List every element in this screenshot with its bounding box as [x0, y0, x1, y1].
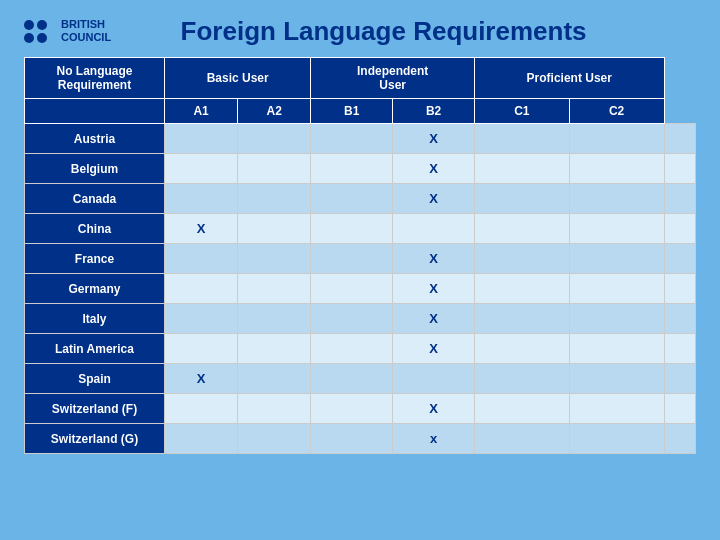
subheader-blank: [25, 99, 165, 124]
data-cell: [393, 214, 475, 244]
page-title: Foreign Language Requirements: [131, 16, 696, 47]
table-row: BelgiumX: [25, 154, 696, 184]
data-cell: [664, 214, 696, 244]
dot-4: [37, 33, 47, 43]
country-cell: Belgium: [25, 154, 165, 184]
subheader-a1: A1: [165, 99, 238, 124]
data-cell: [474, 364, 569, 394]
data-cell: [569, 214, 664, 244]
data-cell: [238, 304, 311, 334]
subheader-b1: B1: [311, 99, 393, 124]
data-cell: [238, 424, 311, 454]
country-cell: Spain: [25, 364, 165, 394]
data-cell: [474, 334, 569, 364]
table-row: ChinaX: [25, 214, 696, 244]
data-cell: [474, 154, 569, 184]
data-cell: [311, 304, 393, 334]
data-cell: [664, 184, 696, 214]
data-cell: [165, 244, 238, 274]
data-cell: [165, 334, 238, 364]
table-wrapper: No LanguageRequirement Basic User Indepe…: [24, 57, 696, 454]
table-row: FranceX: [25, 244, 696, 274]
country-cell: Germany: [25, 274, 165, 304]
data-cell: X: [165, 214, 238, 244]
logo-dots: [24, 20, 47, 43]
table-row: SpainX: [25, 364, 696, 394]
data-cell: [165, 124, 238, 154]
data-cell: [664, 244, 696, 274]
data-cell: [474, 304, 569, 334]
data-cell: [238, 154, 311, 184]
data-cell: [238, 334, 311, 364]
dot-3: [24, 33, 34, 43]
data-cell: [474, 184, 569, 214]
data-cell: X: [393, 394, 475, 424]
data-cell: [165, 274, 238, 304]
proficient-user-header: Proficient User: [474, 58, 664, 99]
data-cell: [238, 274, 311, 304]
data-cell: [474, 244, 569, 274]
data-cell: [165, 424, 238, 454]
country-cell: China: [25, 214, 165, 244]
data-cell: [311, 244, 393, 274]
table-row: Switzerland (G)x: [25, 424, 696, 454]
data-cell: [238, 214, 311, 244]
data-cell: X: [393, 334, 475, 364]
data-cell: [569, 154, 664, 184]
independent-user-header: IndependentUser: [311, 58, 475, 99]
data-cell: [474, 424, 569, 454]
data-cell: [165, 394, 238, 424]
subheader-c1: C1: [474, 99, 569, 124]
data-cell: [311, 124, 393, 154]
country-cell: Italy: [25, 304, 165, 334]
data-cell: [664, 274, 696, 304]
data-cell: [474, 274, 569, 304]
table-row: Switzerland (F)X: [25, 394, 696, 424]
header-area: BRITISH COUNCIL Foreign Language Require…: [24, 18, 696, 47]
data-cell: [664, 394, 696, 424]
data-cell: [569, 394, 664, 424]
data-cell: [474, 394, 569, 424]
data-cell: [311, 364, 393, 394]
data-cell: X: [393, 244, 475, 274]
logo-text: BRITISH COUNCIL: [61, 18, 111, 44]
data-cell: [664, 364, 696, 394]
header-row-2: A1 A2 B1 B2 C1 C2: [25, 99, 696, 124]
data-cell: X: [393, 304, 475, 334]
table-row: Latin AmericaX: [25, 334, 696, 364]
data-cell: [238, 394, 311, 424]
data-cell: [569, 304, 664, 334]
country-cell: Canada: [25, 184, 165, 214]
data-cell: [569, 334, 664, 364]
data-cell: [664, 124, 696, 154]
data-cell: X: [393, 274, 475, 304]
dot-1: [24, 20, 34, 30]
table-row: CanadaX: [25, 184, 696, 214]
country-cell: Latin America: [25, 334, 165, 364]
data-cell: [664, 304, 696, 334]
data-cell: [311, 334, 393, 364]
data-cell: [474, 124, 569, 154]
data-cell: [238, 244, 311, 274]
data-cell: [569, 184, 664, 214]
dot-2: [37, 20, 47, 30]
data-cell: [311, 154, 393, 184]
table-row: ItalyX: [25, 304, 696, 334]
data-cell: [165, 184, 238, 214]
data-cell: [664, 334, 696, 364]
data-cell: x: [393, 424, 475, 454]
logo-line2: COUNCIL: [61, 31, 111, 44]
data-cell: [664, 154, 696, 184]
page: BRITISH COUNCIL Foreign Language Require…: [0, 0, 720, 540]
data-cell: [311, 214, 393, 244]
country-cell: France: [25, 244, 165, 274]
data-cell: [311, 394, 393, 424]
subheader-b2: B2: [393, 99, 475, 124]
data-cell: [238, 184, 311, 214]
basic-user-header: Basic User: [165, 58, 311, 99]
data-cell: [569, 364, 664, 394]
logo: BRITISH COUNCIL: [24, 18, 111, 44]
data-cell: [569, 424, 664, 454]
data-cell: [311, 184, 393, 214]
data-cell: [311, 274, 393, 304]
